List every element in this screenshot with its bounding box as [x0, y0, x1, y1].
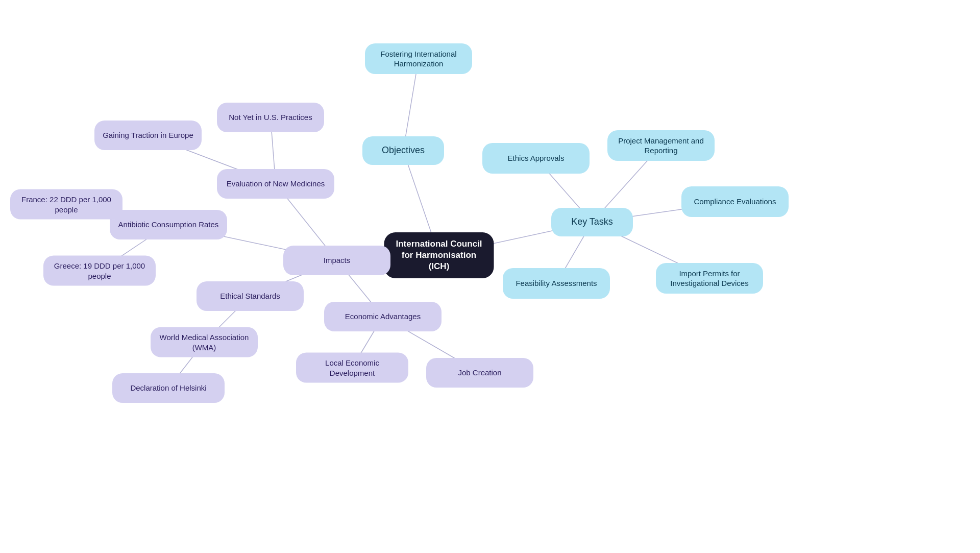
node-eval_medicines[interactable]: Evaluation of New Medicines	[217, 169, 334, 199]
node-feasibility[interactable]: Feasibility Assessments	[503, 268, 610, 299]
node-compliance[interactable]: Compliance Evaluations	[681, 186, 789, 217]
node-france[interactable]: France: 22 DDD per 1,000 people	[10, 189, 122, 220]
node-antibiotic[interactable]: Antibiotic Consumption Rates	[110, 210, 227, 239]
node-gaining_traction[interactable]: Gaining Traction in Europe	[94, 121, 202, 150]
node-center[interactable]: International Council for Harmonisation …	[384, 232, 494, 278]
node-import_permits[interactable]: Import Permits for Investigational Devic…	[656, 263, 763, 294]
node-wma[interactable]: World Medical Association (WMA)	[151, 327, 258, 357]
node-fostering[interactable]: Fostering International Harmonization	[365, 43, 472, 74]
node-objectives[interactable]: Objectives	[362, 136, 444, 165]
node-greece[interactable]: Greece: 19 DDD per 1,000 people	[43, 256, 156, 286]
mindmap-container: International Council for Harmonisation …	[0, 0, 980, 553]
node-local_econ[interactable]: Local Economic Development	[296, 353, 408, 383]
node-impacts[interactable]: Impacts	[283, 246, 390, 275]
node-ethics_approvals[interactable]: Ethics Approvals	[482, 143, 590, 174]
node-declaration[interactable]: Declaration of Helsinki	[112, 373, 225, 403]
node-economic_adv[interactable]: Economic Advantages	[324, 302, 442, 331]
node-key_tasks[interactable]: Key Tasks	[551, 208, 633, 236]
node-ethical_standards[interactable]: Ethical Standards	[197, 281, 304, 311]
node-project_mgmt[interactable]: Project Management and Reporting	[607, 130, 715, 161]
node-not_yet[interactable]: Not Yet in U.S. Practices	[217, 103, 324, 132]
node-job_creation[interactable]: Job Creation	[426, 358, 533, 388]
